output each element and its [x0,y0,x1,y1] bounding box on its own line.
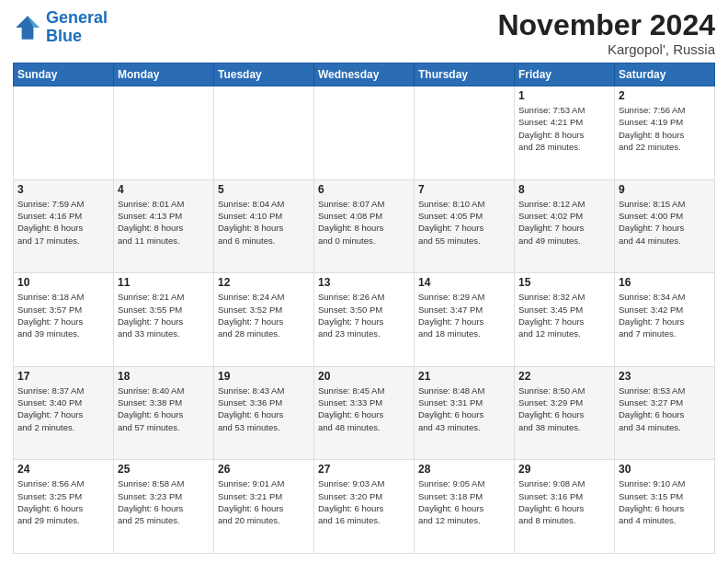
calendar-cell: 4Sunrise: 8:01 AMSunset: 4:13 PMDaylight… [114,179,214,273]
calendar-cell: 1Sunrise: 7:53 AMSunset: 4:21 PMDaylight… [515,86,615,180]
day-number: 11 [118,276,210,289]
weekday-row: Sunday Monday Tuesday Wednesday Thursday… [14,63,715,86]
col-tuesday: Tuesday [214,63,314,86]
day-info: Sunrise: 8:45 AMSunset: 3:33 PMDaylight:… [318,385,410,433]
calendar-cell: 27Sunrise: 9:03 AMSunset: 3:20 PMDayligh… [314,460,415,554]
calendar-cell: 15Sunrise: 8:32 AMSunset: 3:45 PMDayligh… [515,273,615,367]
day-info: Sunrise: 9:01 AMSunset: 3:21 PMDaylight:… [218,477,310,526]
day-number: 26 [218,463,310,476]
calendar-cell: 10Sunrise: 8:18 AMSunset: 3:57 PMDayligh… [14,273,114,367]
calendar-cell: 7Sunrise: 8:10 AMSunset: 4:05 PMDaylight… [415,179,515,273]
day-info: Sunrise: 8:34 AMSunset: 3:42 PMDaylight:… [619,291,711,339]
day-info: Sunrise: 8:56 AMSunset: 3:25 PMDaylight:… [17,477,109,526]
day-info: Sunrise: 8:29 AMSunset: 3:47 PMDaylight:… [418,291,510,339]
day-info: Sunrise: 8:07 AMSunset: 4:08 PMDaylight:… [318,198,410,247]
day-number: 5 [218,183,310,196]
calendar-body: 1Sunrise: 7:53 AMSunset: 4:21 PMDaylight… [14,86,715,554]
week-row-3: 17Sunrise: 8:37 AMSunset: 3:40 PMDayligh… [14,366,715,460]
title-block: November 2024 Kargopol', Russia [497,9,715,57]
calendar-header: Sunday Monday Tuesday Wednesday Thursday… [14,63,715,86]
day-number: 7 [418,183,510,196]
day-info: Sunrise: 9:08 AMSunset: 3:16 PMDaylight:… [518,477,610,526]
day-info: Sunrise: 8:01 AMSunset: 4:13 PMDaylight:… [118,198,210,247]
day-info: Sunrise: 8:12 AMSunset: 4:02 PMDaylight:… [518,198,610,247]
day-number: 30 [619,463,711,476]
calendar-cell: 19Sunrise: 8:43 AMSunset: 3:36 PMDayligh… [214,366,314,460]
calendar-table: Sunday Monday Tuesday Wednesday Thursday… [13,63,715,554]
day-number: 16 [619,276,711,289]
col-sunday: Sunday [14,63,114,86]
calendar-cell: 24Sunrise: 8:56 AMSunset: 3:25 PMDayligh… [14,460,114,554]
day-number: 23 [619,370,711,383]
day-number: 24 [17,463,109,476]
calendar-cell [415,86,515,180]
calendar-cell: 14Sunrise: 8:29 AMSunset: 3:47 PMDayligh… [415,273,515,367]
day-number: 19 [218,370,310,383]
calendar-cell: 11Sunrise: 8:21 AMSunset: 3:55 PMDayligh… [114,273,214,367]
col-monday: Monday [114,63,214,86]
day-number: 27 [318,463,410,476]
day-number: 15 [518,276,610,289]
day-number: 29 [518,463,610,476]
day-number: 3 [17,183,109,196]
month-title: November 2024 [497,9,715,41]
day-info: Sunrise: 8:43 AMSunset: 3:36 PMDaylight:… [218,385,310,433]
calendar-cell: 5Sunrise: 8:04 AMSunset: 4:10 PMDaylight… [214,179,314,273]
day-info: Sunrise: 8:50 AMSunset: 3:29 PMDaylight:… [518,385,610,433]
calendar-cell [314,86,415,180]
calendar-cell: 22Sunrise: 8:50 AMSunset: 3:29 PMDayligh… [515,366,615,460]
day-info: Sunrise: 8:18 AMSunset: 3:57 PMDaylight:… [17,291,109,339]
week-row-4: 24Sunrise: 8:56 AMSunset: 3:25 PMDayligh… [14,460,715,554]
calendar-cell: 8Sunrise: 8:12 AMSunset: 4:02 PMDaylight… [515,179,615,273]
calendar-cell: 30Sunrise: 9:10 AMSunset: 3:15 PMDayligh… [615,460,715,554]
calendar-cell: 29Sunrise: 9:08 AMSunset: 3:16 PMDayligh… [515,460,615,554]
calendar-cell: 9Sunrise: 8:15 AMSunset: 4:00 PMDaylight… [615,179,715,273]
day-info: Sunrise: 8:24 AMSunset: 3:52 PMDaylight:… [218,291,310,339]
day-info: Sunrise: 8:21 AMSunset: 3:55 PMDaylight:… [118,291,210,339]
day-number: 28 [418,463,510,476]
logo: General Blue [13,9,108,46]
calendar-cell: 25Sunrise: 8:58 AMSunset: 3:23 PMDayligh… [114,460,214,554]
calendar-cell: 21Sunrise: 8:48 AMSunset: 3:31 PMDayligh… [415,366,515,460]
day-info: Sunrise: 8:48 AMSunset: 3:31 PMDaylight:… [418,385,510,433]
calendar-cell [214,86,314,180]
logo-line1: General [46,8,108,27]
week-row-1: 3Sunrise: 7:59 AMSunset: 4:16 PMDaylight… [14,179,715,273]
day-info: Sunrise: 8:53 AMSunset: 3:27 PMDaylight:… [619,385,711,433]
day-info: Sunrise: 7:59 AMSunset: 4:16 PMDaylight:… [17,198,109,247]
day-info: Sunrise: 8:15 AMSunset: 4:00 PMDaylight:… [619,198,711,247]
day-info: Sunrise: 8:40 AMSunset: 3:38 PMDaylight:… [118,385,210,433]
day-info: Sunrise: 8:26 AMSunset: 3:50 PMDaylight:… [318,291,410,339]
day-number: 22 [518,370,610,383]
day-info: Sunrise: 9:05 AMSunset: 3:18 PMDaylight:… [418,477,510,526]
col-thursday: Thursday [415,63,515,86]
calendar-cell: 3Sunrise: 7:59 AMSunset: 4:16 PMDaylight… [14,179,114,273]
day-number: 6 [318,183,410,196]
calendar-cell: 23Sunrise: 8:53 AMSunset: 3:27 PMDayligh… [615,366,715,460]
day-number: 25 [118,463,210,476]
day-number: 2 [619,89,711,102]
logo-text: General Blue [46,9,108,46]
location-subtitle: Kargopol', Russia [497,41,715,57]
day-info: Sunrise: 8:58 AMSunset: 3:23 PMDaylight:… [118,477,210,526]
day-info: Sunrise: 7:53 AMSunset: 4:21 PMDaylight:… [518,104,610,153]
day-info: Sunrise: 9:10 AMSunset: 3:15 PMDaylight:… [619,477,711,526]
day-number: 20 [318,370,410,383]
col-friday: Friday [515,63,615,86]
calendar-cell: 6Sunrise: 8:07 AMSunset: 4:08 PMDaylight… [314,179,415,273]
day-info: Sunrise: 8:37 AMSunset: 3:40 PMDaylight:… [17,385,109,433]
page: General Blue November 2024 Kargopol', Ru… [0,0,728,563]
calendar-cell: 16Sunrise: 8:34 AMSunset: 3:42 PMDayligh… [615,273,715,367]
col-wednesday: Wednesday [314,63,415,86]
day-number: 1 [518,89,610,102]
calendar-cell: 13Sunrise: 8:26 AMSunset: 3:50 PMDayligh… [314,273,415,367]
calendar-cell: 18Sunrise: 8:40 AMSunset: 3:38 PMDayligh… [114,366,214,460]
day-number: 9 [619,183,711,196]
calendar-cell: 28Sunrise: 9:05 AMSunset: 3:18 PMDayligh… [415,460,515,554]
logo-line2: Blue [46,27,82,45]
calendar-cell: 12Sunrise: 8:24 AMSunset: 3:52 PMDayligh… [214,273,314,367]
week-row-0: 1Sunrise: 7:53 AMSunset: 4:21 PMDaylight… [14,86,715,180]
calendar-cell: 20Sunrise: 8:45 AMSunset: 3:33 PMDayligh… [314,366,415,460]
day-number: 17 [17,370,109,383]
day-info: Sunrise: 7:56 AMSunset: 4:19 PMDaylight:… [619,104,711,153]
